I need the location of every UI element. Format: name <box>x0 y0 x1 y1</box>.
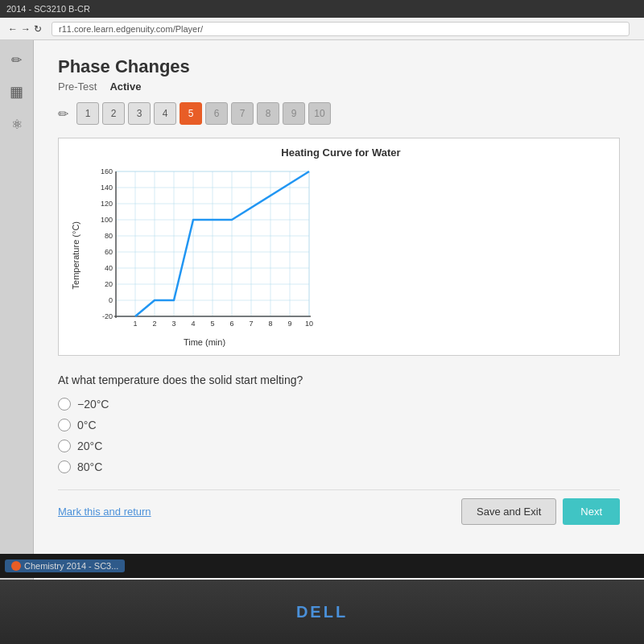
mark-return-link[interactable]: Mark this and return <box>58 506 151 518</box>
answer-option-1: −20°C <box>58 398 620 411</box>
chart-container: 160 140 120 100 80 60 40 20 0 -20 1 <box>84 163 325 347</box>
radio-option-4[interactable] <box>58 460 71 473</box>
tab-9[interactable]: 9 <box>283 102 305 125</box>
svg-text:9: 9 <box>287 320 291 328</box>
browser-url[interactable]: r11.core.learn.edgenuity.com/Player/ <box>52 22 630 36</box>
os-topbar: 2014 - SC3210 B-CR <box>0 0 644 18</box>
os-title: 2014 - SC3210 B-CR <box>6 4 90 14</box>
svg-text:40: 40 <box>105 264 113 272</box>
bottom-bar: Mark this and return Save and Exit Next <box>58 489 620 525</box>
tabs-row: ✏ 1 2 3 4 5 6 7 8 9 10 <box>58 102 620 125</box>
dell-logo: DELL <box>296 603 348 621</box>
svg-text:10: 10 <box>305 320 313 328</box>
taskbar-chemistry-item[interactable]: Chemistry 2014 - SC3... <box>5 559 125 572</box>
atom-icon[interactable]: ⚛ <box>6 113 28 135</box>
tab-1[interactable]: 1 <box>76 102 99 125</box>
radio-option-1[interactable] <box>58 398 71 411</box>
edit-icon[interactable]: ✏ <box>58 106 68 122</box>
save-exit-button[interactable]: Save and Exit <box>461 498 556 525</box>
svg-text:4: 4 <box>191 320 195 328</box>
svg-text:140: 140 <box>101 184 113 192</box>
content-area: ✏ ▦ ⚛ Phase Changes Pre-Test Active ✏ 1 … <box>0 40 644 596</box>
y-axis-label: Temperature (°C) <box>71 221 80 289</box>
main-panel: Phase Changes Pre-Test Active ✏ 1 2 3 4 … <box>34 40 644 596</box>
svg-text:120: 120 <box>101 200 113 208</box>
svg-text:3: 3 <box>171 320 175 328</box>
tab-8[interactable]: 8 <box>257 102 279 125</box>
pencil-icon[interactable]: ✏ <box>6 48 28 71</box>
chart-wrapper: Temperature (°C) <box>71 163 611 347</box>
tab-10[interactable]: 10 <box>308 102 331 125</box>
tab-3[interactable]: 3 <box>128 102 151 125</box>
option-label-1: −20°C <box>77 398 109 411</box>
tab-7[interactable]: 7 <box>231 102 254 125</box>
chart-section: Heating Curve for Water Temperature (°C) <box>58 138 620 356</box>
question-text: At what temperature does the solid start… <box>58 374 620 386</box>
chart-svg: 160 140 120 100 80 60 40 20 0 -20 1 <box>84 163 325 341</box>
taskbar: Chemistry 2014 - SC3... <box>0 554 644 578</box>
answer-option-4: 80°C <box>58 460 620 473</box>
answer-option-2: 0°C <box>58 419 620 431</box>
browser-bar: ← → ↻ r11.core.learn.edgenuity.com/Playe… <box>0 18 644 40</box>
pretest-label: Pre-Test <box>58 80 97 93</box>
tab-5[interactable]: 5 <box>180 102 202 125</box>
tab-2[interactable]: 2 <box>102 102 125 125</box>
svg-text:0: 0 <box>109 296 113 304</box>
next-button[interactable]: Next <box>563 498 620 525</box>
svg-text:7: 7 <box>249 320 253 328</box>
svg-text:60: 60 <box>105 248 113 256</box>
option-label-3: 20°C <box>77 440 102 452</box>
svg-text:5: 5 <box>210 320 214 328</box>
answer-option-3: 20°C <box>58 440 620 452</box>
active-label: Active <box>109 80 141 93</box>
x-axis-label: Time (min) <box>84 337 325 347</box>
svg-text:6: 6 <box>229 320 233 328</box>
tab-4[interactable]: 4 <box>154 102 176 125</box>
bottom-buttons: Save and Exit Next <box>461 498 620 525</box>
browser-refresh-icon[interactable]: ↻ <box>34 23 42 35</box>
tab-6[interactable]: 6 <box>205 102 228 125</box>
option-label-2: 0°C <box>77 419 97 431</box>
svg-text:2: 2 <box>152 320 156 328</box>
option-label-4: 80°C <box>77 460 102 473</box>
calculator-icon[interactable]: ▦ <box>6 80 28 103</box>
svg-text:80: 80 <box>105 232 113 240</box>
browser-back-icon[interactable]: ← <box>8 23 18 35</box>
laptop-bottom: DELL <box>0 580 644 644</box>
svg-text:1: 1 <box>133 320 137 328</box>
svg-text:160: 160 <box>101 167 113 175</box>
taskbar-item-label: Chemistry 2014 - SC3... <box>24 561 118 571</box>
page-title: Phase Changes <box>58 56 620 77</box>
taskbar-dot-icon <box>11 561 21 571</box>
chart-title: Heating Curve for Water <box>71 147 611 159</box>
radio-option-3[interactable] <box>58 440 71 452</box>
svg-text:100: 100 <box>101 216 113 224</box>
sidebar: ✏ ▦ ⚛ <box>0 40 34 596</box>
svg-text:20: 20 <box>105 280 113 288</box>
svg-text:-20: -20 <box>102 312 113 320</box>
browser-forward-icon[interactable]: → <box>21 23 31 35</box>
radio-option-2[interactable] <box>58 419 71 431</box>
subtitle-row: Pre-Test Active <box>58 80 620 93</box>
svg-text:8: 8 <box>268 320 272 328</box>
